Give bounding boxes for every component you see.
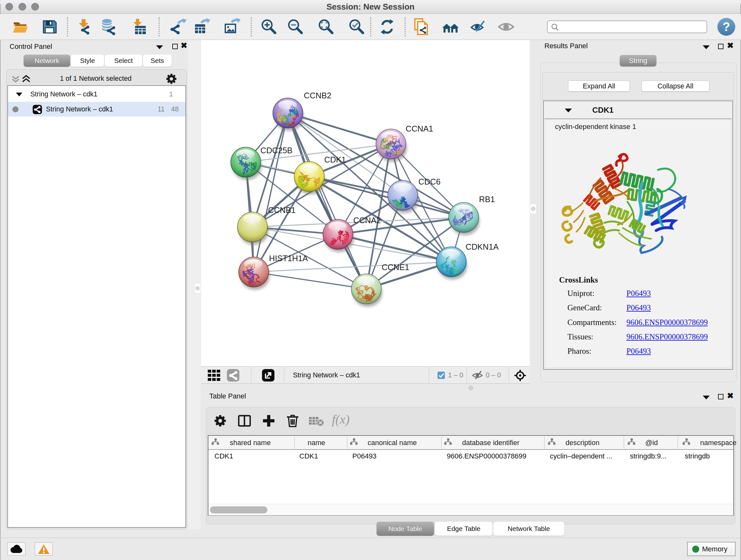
svg-text:CDC6: CDC6 bbox=[418, 177, 441, 186]
svg-text:CCNA1: CCNA1 bbox=[406, 124, 433, 133]
svg-text:CDC25B: CDC25B bbox=[260, 146, 293, 155]
svg-text:CCNE1: CCNE1 bbox=[382, 263, 409, 272]
svg-text:CDKN1A: CDKN1A bbox=[466, 242, 498, 251]
svg-text:CDK1: CDK1 bbox=[324, 155, 346, 164]
svg-text:CCNB2: CCNB2 bbox=[304, 91, 331, 100]
svg-text:CCNB1: CCNB1 bbox=[268, 206, 295, 214]
svg-text:RB1: RB1 bbox=[479, 195, 495, 204]
svg-text:HIST1H1A: HIST1H1A bbox=[269, 254, 308, 263]
svg-text:CCNA2: CCNA2 bbox=[353, 216, 381, 225]
